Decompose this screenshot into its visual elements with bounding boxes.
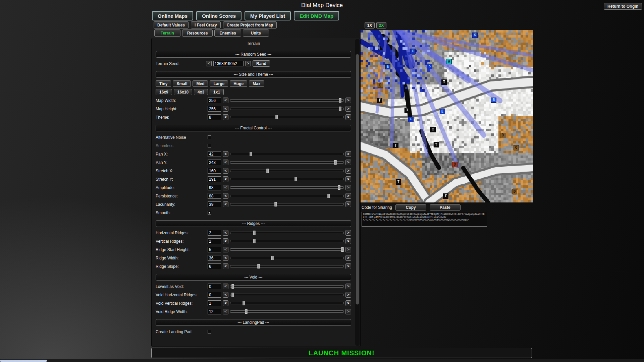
size-med-button[interactable]: Med — [193, 80, 208, 87]
lacunarity-decrement-button[interactable]: < — [223, 201, 228, 207]
panel-scrollbar[interactable] — [355, 39, 360, 346]
pan-x-slider-thumb[interactable] — [250, 152, 252, 156]
horizontal-ridges-decrement-button[interactable]: < — [223, 230, 228, 236]
stretch-x-input[interactable] — [208, 168, 221, 174]
horizontal-ridges-increment-button[interactable]: > — [345, 230, 351, 236]
tab-online-scores[interactable]: Online Scores — [196, 11, 241, 20]
lowest-as-void-decrement-button[interactable]: < — [223, 284, 228, 289]
size-huge-button[interactable]: Huge — [230, 80, 247, 87]
aspect-4x3-button[interactable]: 4x3 — [194, 89, 208, 95]
create-landing-pad-checkbox[interactable] — [208, 330, 211, 334]
void-horizontal-ridges-input[interactable] — [208, 292, 221, 298]
terrain-seed-increment-button[interactable]: > — [245, 61, 251, 66]
default-values-button[interactable]: Default Values — [154, 21, 189, 28]
smooth-checkbox[interactable] — [208, 211, 211, 215]
subtab-units[interactable]: Units — [243, 29, 269, 37]
paste-button[interactable]: Paste — [430, 204, 461, 210]
lowest-as-void-input[interactable] — [208, 284, 221, 289]
vertical-ridges-input[interactable] — [208, 238, 221, 244]
horizontal-ridges-input[interactable] — [208, 230, 221, 236]
amplitude-increment-button[interactable]: > — [345, 185, 351, 190]
ridge-start-height-slider[interactable] — [230, 248, 344, 251]
panel-scrollbar-thumb[interactable] — [356, 54, 359, 305]
amplitude-decrement-button[interactable]: < — [223, 185, 228, 190]
map-width-decrement-button[interactable]: < — [223, 98, 228, 103]
random-seed-button[interactable]: Rand — [253, 60, 270, 67]
amplitude-slider-thumb[interactable] — [338, 185, 340, 190]
ridge-width-input[interactable] — [208, 255, 221, 261]
void-ridge-width-decrement-button[interactable]: < — [223, 309, 228, 314]
tab-my-played-list[interactable]: My Played List — [245, 11, 291, 20]
pan-y-increment-button[interactable]: > — [345, 160, 351, 165]
stretch-y-input[interactable] — [208, 176, 221, 182]
map-width-increment-button[interactable]: > — [345, 98, 351, 103]
pan-y-slider[interactable] — [230, 161, 344, 164]
subtab-enemies[interactable]: Enemies — [214, 29, 241, 37]
horizontal-ridges-slider[interactable] — [230, 232, 344, 234]
lacunarity-input[interactable] — [208, 201, 221, 207]
lowest-as-void-increment-button[interactable]: > — [345, 284, 351, 289]
void-horizontal-ridges-slider-thumb[interactable] — [231, 293, 234, 297]
vertical-ridges-slider[interactable] — [230, 240, 344, 242]
ridge-width-increment-button[interactable]: > — [345, 255, 351, 261]
size-small-button[interactable]: Small — [173, 80, 191, 87]
share-code-textarea[interactable]: BQAMDJhRwh1N2gzEVBAAQABCEABRgLEsE4EEBAgA… — [362, 212, 487, 227]
tab-online-maps[interactable]: Online Maps — [152, 11, 193, 20]
void-vertical-ridges-slider[interactable] — [230, 302, 344, 304]
lacunarity-slider[interactable] — [230, 203, 344, 205]
vertical-ridges-slider-thumb[interactable] — [253, 239, 255, 243]
map-width-slider-thumb[interactable] — [339, 98, 341, 103]
persistence-slider[interactable] — [230, 195, 344, 197]
i-feel-crazy-button[interactable]: I Feel Crazy — [191, 21, 221, 28]
ridge-slope-slider-thumb[interactable] — [258, 264, 260, 268]
vertical-ridges-increment-button[interactable]: > — [345, 238, 351, 244]
ridge-slope-increment-button[interactable]: > — [345, 263, 351, 269]
horizontal-ridges-slider-thumb[interactable] — [253, 231, 255, 235]
ridge-slope-slider[interactable] — [230, 265, 344, 267]
ridge-start-height-decrement-button[interactable]: < — [223, 247, 228, 252]
stretch-y-decrement-button[interactable]: < — [223, 176, 228, 182]
void-vertical-ridges-slider-thumb[interactable] — [243, 301, 245, 305]
void-ridge-width-increment-button[interactable]: > — [345, 309, 351, 314]
void-ridge-width-input[interactable] — [208, 309, 221, 314]
void-horizontal-ridges-increment-button[interactable]: > — [345, 292, 351, 298]
terrain-seed-input[interactable] — [213, 61, 244, 66]
theme-slider-thumb[interactable] — [276, 115, 278, 119]
map-height-input[interactable] — [208, 106, 221, 112]
horizontal-scrollbar[interactable] — [0, 359, 644, 362]
aspect-1x1-button[interactable]: 1x1 — [210, 89, 224, 95]
zoom-1x-button[interactable]: 1X — [365, 22, 375, 28]
map-height-slider[interactable] — [230, 108, 344, 110]
vertical-ridges-decrement-button[interactable]: < — [223, 238, 228, 244]
stretch-y-slider-thumb[interactable] — [295, 177, 297, 181]
ridge-start-height-input[interactable] — [208, 247, 221, 252]
stretch-x-slider-thumb[interactable] — [267, 169, 269, 173]
return-to-origin-button[interactable]: Return to Origin — [604, 3, 642, 10]
zoom-2x-button[interactable]: 2X — [376, 22, 386, 28]
void-ridge-width-slider[interactable] — [230, 310, 344, 313]
ridge-slope-input[interactable] — [208, 263, 221, 269]
ridge-slope-decrement-button[interactable]: < — [223, 263, 228, 269]
ridge-width-decrement-button[interactable]: < — [223, 255, 228, 261]
amplitude-slider[interactable] — [230, 186, 344, 189]
ridge-start-height-slider-thumb[interactable] — [341, 247, 343, 252]
copy-button[interactable]: Copy — [395, 204, 426, 210]
theme-increment-button[interactable]: > — [345, 114, 351, 120]
lacunarity-increment-button[interactable]: > — [345, 201, 351, 207]
stretch-y-slider[interactable] — [230, 178, 344, 180]
stretch-x-slider[interactable] — [230, 170, 344, 172]
lowest-as-void-slider-thumb[interactable] — [231, 284, 234, 289]
map-height-decrement-button[interactable]: < — [223, 106, 228, 112]
pan-y-slider-thumb[interactable] — [334, 160, 337, 165]
pan-y-input[interactable] — [208, 160, 221, 165]
ridge-width-slider[interactable] — [230, 257, 344, 259]
alternative-noise-checkbox[interactable] — [208, 135, 211, 139]
size-tiny-button[interactable]: Tiny — [156, 80, 171, 87]
void-ridge-width-slider-thumb[interactable] — [245, 309, 248, 314]
theme-decrement-button[interactable]: < — [223, 114, 228, 120]
subtab-terrain[interactable]: Terrain — [154, 29, 180, 37]
size-large-button[interactable]: Large — [210, 80, 228, 87]
subtab-resources[interactable]: Resources — [182, 29, 213, 37]
pan-x-increment-button[interactable]: > — [345, 151, 351, 157]
void-vertical-ridges-decrement-button[interactable]: < — [223, 300, 228, 306]
